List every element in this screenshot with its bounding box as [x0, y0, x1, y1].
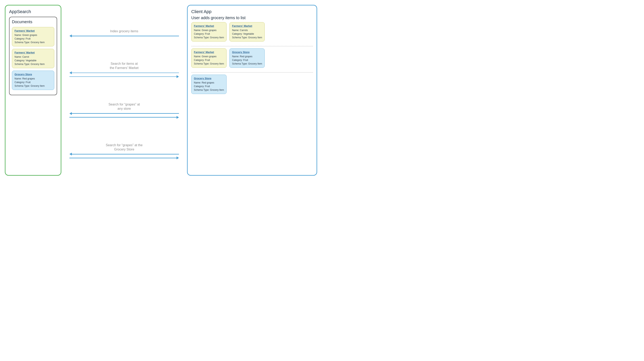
doc-card-line: Category: Fruit	[14, 37, 52, 40]
client-cards-row: Grocery StoreName: Red grapesCategory: F…	[191, 75, 313, 96]
arrow-lines	[63, 153, 185, 159]
arrow-group: Index grocery items	[63, 29, 185, 37]
arrow-left-line	[70, 71, 179, 74]
doc-card-title: Farmers' Market	[194, 51, 224, 54]
doc-card: Farmers' MarketName: Green grapesCategor…	[12, 27, 54, 46]
arrow-head-left	[70, 112, 72, 115]
arrow-body	[72, 73, 179, 73]
arrows-container: Index grocery itemsSearch for items at t…	[63, 17, 185, 172]
arrow-label: Index grocery items	[110, 29, 138, 33]
arrow-right-line	[70, 75, 179, 78]
documents-title: Documents	[12, 19, 54, 24]
arrow-group: Search for “grapes” at the Grocery Store	[63, 143, 185, 160]
arrow-head-left	[70, 34, 72, 37]
doc-card-line: Category: Fruit	[232, 58, 262, 62]
arrow-right-line	[70, 116, 179, 119]
doc-card: Farmers' MarketName: Green grapesCategor…	[191, 48, 226, 68]
arrow-head-left	[70, 153, 72, 155]
doc-card-title: Farmers' Market	[232, 24, 262, 27]
doc-card-title: Farmers' Market	[14, 51, 52, 54]
doc-card-line: Name: Red grapes	[232, 55, 262, 58]
client-title: Client App	[191, 9, 313, 14]
doc-card-line: Name: Green grapes	[14, 33, 52, 37]
doc-card: Grocery StoreName: Red grapesCategory: F…	[12, 71, 54, 90]
doc-card-line: Category: Fruit	[194, 58, 224, 62]
doc-card-line: Name: Green grapes	[194, 28, 224, 32]
main-container: AppSearch Documents Farmers' MarketName:…	[0, 0, 322, 180]
arrow-group: Search for “grapes” at any store	[63, 102, 185, 119]
arrows-area: Index grocery itemsSearch for items at t…	[61, 5, 187, 176]
doc-card-title: Farmers' Market	[194, 24, 224, 27]
doc-card-line: Category: Fruit	[194, 32, 224, 36]
arrow-label: Search for items at the Farmers' Market	[110, 62, 138, 70]
doc-card: Farmers' MarketName: CarrotCategory: Veg…	[12, 49, 54, 68]
doc-card-line: Schema Type: Grocery Item	[14, 40, 52, 44]
doc-card-title: Grocery Store	[194, 77, 224, 80]
doc-card-line: Name: Green grapes	[194, 55, 224, 58]
arrow-head-right	[176, 116, 179, 119]
section-separator	[191, 46, 313, 46]
arrow-lines	[63, 34, 185, 37]
doc-card-line: Category: Fruit	[14, 80, 52, 84]
doc-card-line: Name: Red grapes	[14, 77, 52, 80]
doc-card: Farmers' MarketName: CarrotsCategory: Ve…	[230, 22, 265, 41]
doc-card-line: Schema Type: Grocery Item	[14, 62, 52, 66]
doc-card-line: Schema Type: Grocery Item	[194, 36, 224, 39]
doc-card-line: Schema Type: Grocery Item	[232, 62, 262, 65]
arrow-body	[72, 154, 179, 154]
client-panel: Client App User adds grocery items to li…	[187, 5, 317, 176]
doc-card-line: Name: Carrot	[14, 55, 52, 59]
arrow-body	[70, 117, 176, 118]
client-cards-row: Farmers' MarketName: Green grapesCategor…	[191, 48, 313, 70]
appsearch-title: AppSearch	[9, 9, 57, 14]
doc-card-line: Schema Type: Grocery Item	[194, 88, 224, 92]
doc-card-title: Farmers' Market	[14, 29, 52, 32]
doc-card: Farmers' MarketName: Green grapesCategor…	[191, 22, 226, 41]
appsearch-cards: Farmers' MarketName: Green grapesCategor…	[12, 27, 54, 90]
arrow-body	[72, 36, 179, 36]
arrow-body	[70, 76, 176, 77]
arrow-left-line	[70, 153, 179, 155]
arrow-head-left	[70, 71, 72, 74]
documents-box: Documents Farmers' MarketName: Green gra…	[9, 17, 57, 95]
arrow-lines	[63, 71, 185, 78]
doc-card-line: Category: Vegetable	[232, 32, 262, 36]
doc-card-line: Category: Fruit	[194, 84, 224, 88]
arrow-right-line	[70, 156, 179, 159]
arrow-head-right	[176, 156, 179, 159]
user-section-title: User adds grocery items to list	[191, 15, 313, 20]
doc-card-line: Schema Type: Grocery Item	[14, 84, 52, 88]
doc-card-title: Grocery Store	[14, 73, 52, 76]
arrow-label: Search for “grapes” at any store	[108, 102, 140, 111]
arrow-body	[72, 113, 179, 114]
client-cards-row: Farmers' MarketName: Green grapesCategor…	[191, 22, 313, 44]
arrow-group: Search for items at the Farmers' Market	[63, 62, 185, 78]
doc-card-line: Schema Type: Grocery Item	[194, 62, 224, 65]
appsearch-panel: AppSearch Documents Farmers' MarketName:…	[5, 5, 61, 176]
doc-card: Grocery StoreName: Red grapesCategory: F…	[191, 75, 226, 94]
doc-card-line: Name: Carrots	[232, 28, 262, 32]
doc-card: Grocery StoreName: Red grapesCategory: F…	[230, 48, 265, 68]
doc-card-line: Category: Vegetable	[14, 59, 52, 62]
doc-card-line: Name: Red grapes	[194, 81, 224, 84]
arrow-body	[70, 158, 176, 158]
client-sections: Farmers' MarketName: Green grapesCategor…	[191, 22, 313, 96]
arrow-left-line	[70, 34, 179, 37]
arrow-head-right	[176, 75, 179, 78]
arrow-lines	[63, 112, 185, 119]
section-separator	[191, 72, 313, 73]
arrow-left-line	[70, 112, 179, 115]
arrow-label: Search for “grapes” at the Grocery Store	[106, 143, 142, 152]
doc-card-line: Schema Type: Grocery Item	[232, 36, 262, 39]
doc-card-title: Grocery Store	[232, 51, 262, 54]
